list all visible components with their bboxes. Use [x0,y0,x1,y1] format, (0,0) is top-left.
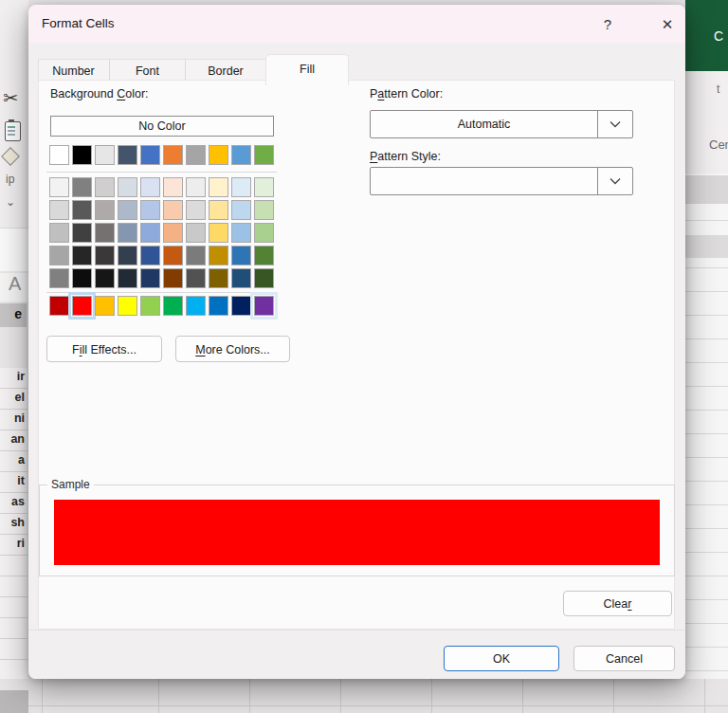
pattern-color-dropdown[interactable]: Automatic [370,110,633,138]
color-swatch[interactable] [49,200,69,220]
color-swatch[interactable] [49,246,69,265]
color-swatch[interactable] [95,200,115,220]
color-swatch[interactable] [49,268,69,288]
color-swatch[interactable] [254,145,274,165]
color-swatch[interactable] [72,145,92,165]
excel-cell-text-fragment [0,639,27,660]
color-swatch[interactable] [254,200,274,220]
tint-colors-grid [49,177,274,288]
color-swatch[interactable] [254,177,274,197]
color-swatch[interactable] [140,177,160,197]
color-swatch[interactable] [118,200,137,220]
ribbon-text-fragment-cent: Cent [709,137,728,152]
more-colors-button[interactable]: More Colors... [175,336,290,362]
color-swatch[interactable] [231,268,251,288]
ok-button[interactable]: OK [444,646,559,671]
color-swatch[interactable] [163,246,183,265]
color-swatch[interactable] [163,223,183,243]
color-swatch[interactable] [231,145,251,165]
color-swatch[interactable] [186,145,206,165]
color-swatch[interactable] [163,145,183,165]
chevron-down-icon[interactable] [597,111,632,137]
color-swatch[interactable] [140,246,160,265]
color-swatch[interactable] [95,268,115,288]
color-swatch[interactable] [209,223,228,243]
color-swatch[interactable] [49,296,69,316]
color-swatch[interactable] [118,223,137,243]
color-swatch[interactable] [118,177,137,197]
color-swatch[interactable] [72,223,92,243]
color-swatch[interactable] [72,246,92,265]
excel-cell-text-fragment [0,556,27,576]
clipboard-group-label-fragment: ip [6,173,14,186]
color-swatch[interactable] [186,200,206,220]
color-swatch[interactable] [254,296,274,316]
cancel-button[interactable]: Cancel [573,646,675,671]
color-swatch[interactable] [231,200,251,220]
pattern-style-dropdown[interactable] [370,167,633,195]
dialog-titlebar[interactable]: Format Cells ? ✕ [28,5,685,43]
fill-tab-panel: Background Color: No Color Fill Effects.… [38,80,675,630]
color-swatch[interactable] [209,145,228,165]
color-swatch[interactable] [186,177,206,197]
close-icon[interactable]: ✕ [655,12,680,37]
color-swatch[interactable] [118,246,137,265]
color-swatch[interactable] [254,246,274,265]
color-swatch[interactable] [49,223,69,243]
color-swatch[interactable] [231,223,251,243]
color-swatch[interactable] [95,296,115,316]
color-swatch[interactable] [49,145,69,165]
color-swatch[interactable] [209,200,228,220]
color-swatch[interactable] [186,223,206,243]
help-button[interactable]: ? [595,12,620,37]
color-swatch[interactable] [209,268,228,288]
color-swatch[interactable] [163,296,183,316]
color-swatch[interactable] [231,246,251,265]
color-swatch[interactable] [186,268,206,288]
excel-cell-fill-fragment [685,235,728,258]
color-swatch[interactable] [231,296,251,316]
color-swatch[interactable] [118,268,137,288]
color-swatch[interactable] [163,200,183,220]
fill-effects-button[interactable]: Fill Effects... [46,336,162,362]
color-swatch[interactable] [209,177,228,197]
color-swatch[interactable] [163,268,183,288]
color-swatch[interactable] [186,296,206,316]
color-swatch[interactable] [118,145,137,165]
color-swatch[interactable] [95,177,115,197]
color-swatch[interactable] [72,268,92,288]
color-swatch[interactable] [72,177,92,197]
excel-cell-text-fragment: a [0,451,27,472]
color-swatch[interactable] [95,246,115,265]
excel-formulabar-fragment [0,228,28,271]
color-swatch[interactable] [209,246,228,265]
color-swatch[interactable] [186,246,206,265]
dialog-footer: OK Cancel [28,630,685,679]
color-swatch[interactable] [140,145,160,165]
excel-cell-text-fragment: it [0,472,27,493]
color-swatch[interactable] [140,223,160,243]
color-swatch[interactable] [254,268,274,288]
color-swatch[interactable] [254,223,274,243]
clear-button[interactable]: Clear [563,591,672,616]
color-swatch[interactable] [231,177,251,197]
no-color-button[interactable]: No Color [50,116,274,137]
sample-fill-preview [54,500,660,565]
color-swatch[interactable] [95,223,115,243]
color-swatch[interactable] [118,296,137,316]
color-swatch[interactable] [72,296,92,316]
color-swatch[interactable] [209,296,228,316]
color-swatch[interactable] [95,145,115,165]
theme-colors-row [49,145,274,165]
color-swatch[interactable] [163,177,183,197]
tab-fill[interactable]: Fill [265,54,349,85]
excel-titlebar-text-fragment: C [714,28,723,44]
color-swatch[interactable] [140,200,160,220]
color-swatch[interactable] [49,177,69,197]
excel-cell-text-fragment [0,660,27,681]
chevron-down-icon[interactable] [597,168,632,194]
background-color-label: Background Color: [50,87,149,101]
color-swatch[interactable] [140,268,160,288]
color-swatch[interactable] [72,200,92,220]
color-swatch[interactable] [140,296,160,316]
